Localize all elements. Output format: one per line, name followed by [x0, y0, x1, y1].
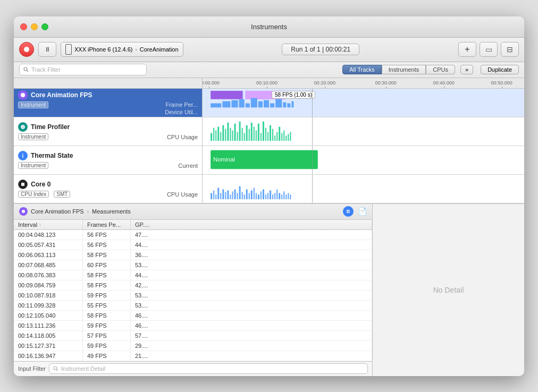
svg-rect-30	[234, 123, 236, 140]
track-icon-time-profiler	[18, 122, 28, 132]
table-row[interactable]: 00:06.063.113 58 FPS 36....	[14, 250, 372, 260]
track-thermal-state[interactable]: i Thermal State Instrument Current Nomin…	[14, 146, 524, 175]
traffic-lights	[20, 23, 48, 30]
svg-rect-25	[222, 125, 224, 140]
svg-rect-58	[211, 193, 212, 199]
filter-tab-all-tracks[interactable]: All Tracks	[342, 65, 382, 74]
panel-icon	[19, 207, 28, 216]
chevron-right-icon: ›	[135, 47, 137, 53]
table-row[interactable]: 00:07.068.485 60 FPS 53....	[14, 260, 372, 270]
toolbar: ⏸ XXX iPhone 6 (12.4.6) › CoreAnimation …	[14, 38, 524, 62]
cell-gp: 21....	[131, 351, 372, 361]
track-core-animation-fps[interactable]: Core Animation FPS Instrument Frame Per.…	[14, 89, 524, 117]
input-filter-input[interactable]: Instrument Detail	[49, 363, 368, 374]
time-mark-1: 00:10.000	[256, 80, 278, 86]
svg-rect-59	[213, 190, 214, 199]
more-button[interactable]: »	[460, 65, 473, 74]
track-sub-row-core-animation: Instrument Frame Per...	[18, 101, 198, 108]
track-core-0[interactable]: Core 0 CPU Index SMT CPU Usage	[14, 175, 524, 203]
svg-rect-46	[272, 129, 273, 141]
duplicate-button[interactable]: Duplicate	[481, 65, 519, 74]
track-sub-label-thermal: Current	[52, 163, 198, 169]
svg-rect-45	[270, 125, 271, 140]
add-button[interactable]: +	[458, 42, 476, 57]
track-badge-smt: SMT	[54, 191, 70, 198]
col-header-gp[interactable]: GP....	[131, 220, 372, 229]
table-row[interactable]: 00:16.136.947 49 FPS 21....	[14, 351, 372, 361]
close-button[interactable]	[20, 23, 27, 30]
filter-tab-cpus[interactable]: CPUs	[426, 65, 455, 74]
record-button[interactable]	[19, 42, 34, 57]
filter-bar: Track Filter All Tracks Instruments CPUs…	[14, 62, 524, 78]
cell-fps: 58 FPS	[83, 270, 131, 280]
cell-interval: 00:10.087.918	[14, 291, 83, 300]
table-row[interactable]: 00:08.076.383 58 FPS 44....	[14, 270, 372, 280]
track-sub-row-thermal: Instrument Current	[18, 162, 198, 169]
main-window: Instruments ⏸ XXX iPhone 6 (12.4.6) › Co…	[14, 16, 524, 376]
track-sub-label-time: CPU Usage	[52, 134, 198, 140]
svg-rect-44	[267, 132, 268, 141]
data-table[interactable]: Interval ↑ Frames Pe... GP.... 00:04.048…	[14, 220, 372, 361]
cell-fps: 56 FPS	[83, 240, 131, 250]
track-filter-wrap[interactable]: Track Filter	[19, 64, 147, 75]
track-badge-cpu-index: CPU Index	[18, 191, 49, 198]
track-name-row-core0: Core 0	[18, 180, 198, 189]
fps-label: Frames Pe...	[87, 221, 121, 228]
track-label-core0: Core 0 CPU Index SMT CPU Usage	[14, 175, 203, 203]
cell-fps: 55 FPS	[83, 301, 131, 310]
svg-line-95	[56, 370, 58, 371]
col-header-interval[interactable]: Interval ↑	[14, 220, 83, 229]
track-badge-core-animation: Instrument	[18, 101, 48, 108]
cell-fps: 57 FPS	[83, 331, 131, 340]
track-time-profiler[interactable]: Time Profiler Instrument CPU Usage	[14, 117, 524, 146]
time-mark-4: 00:40.000	[433, 80, 455, 86]
track-filter-placeholder: Track Filter	[31, 66, 61, 73]
gp-label: GP....	[135, 221, 149, 228]
measurements-panel: Core Animation FPS › Measurements B 📄 In…	[14, 204, 373, 376]
svg-rect-32	[239, 121, 241, 140]
table-row[interactable]: 00:10.087.918 59 FPS 53....	[14, 291, 372, 301]
view2-button[interactable]: ⊟	[501, 42, 519, 57]
svg-rect-23	[217, 126, 219, 140]
table-row[interactable]: 00:05.057.431 56 FPS 44....	[14, 240, 372, 250]
thermal-chart: Nominal	[203, 146, 524, 174]
fps-chart	[203, 89, 524, 117]
table-row[interactable]: 00:04.048.123 56 FPS 47....	[14, 230, 372, 240]
run-info: Run 1 of 1 | 00:00:21	[188, 44, 454, 55]
cell-fps: 59 FPS	[83, 321, 131, 330]
device-selector[interactable]: XXX iPhone 6 (12.4.6) › CoreAnimation	[61, 42, 183, 57]
panel-export-icon[interactable]: 📄	[358, 207, 367, 216]
table-row[interactable]: 00:13.111.236 59 FPS 46....	[14, 321, 372, 331]
svg-rect-78	[258, 194, 259, 199]
table-row[interactable]: 00:12.105.040 58 FPS 46....	[14, 311, 372, 321]
panel-b-button[interactable]: B	[343, 206, 354, 217]
svg-rect-43	[265, 127, 266, 141]
minimize-button[interactable]	[31, 23, 38, 30]
panel-breadcrumb-title[interactable]: Core Animation FPS	[31, 208, 84, 215]
track-canvas-core-animation: 58 FPS (1.00 s)	[203, 89, 524, 117]
svg-rect-38	[254, 126, 255, 140]
svg-rect-8	[231, 100, 238, 107]
svg-rect-41	[260, 133, 262, 141]
svg-rect-3	[211, 90, 243, 99]
svg-rect-12	[258, 101, 263, 107]
fullscreen-button[interactable]	[41, 23, 48, 30]
time-mark-2: 00:20.000	[314, 80, 335, 86]
view1-button[interactable]: ▭	[480, 42, 498, 57]
input-filter-label: Input Filter	[18, 365, 46, 372]
svg-point-94	[54, 367, 57, 370]
table-row[interactable]: 00:14.118.005 57 FPS 57....	[14, 331, 372, 341]
title-bar: Instruments	[14, 16, 524, 38]
fps-annotation: 58 FPS (1.00 s)	[272, 91, 315, 99]
table-row[interactable]: 00:15.127.371 59 FPS 29....	[14, 341, 372, 351]
filter-tab-instruments[interactable]: Instruments	[382, 65, 426, 74]
col-header-fps[interactable]: Frames Pe...	[83, 220, 131, 229]
table-row[interactable]: 00:09.084.759 58 FPS 42....	[14, 280, 372, 291]
pause-button[interactable]: ⏸	[38, 42, 56, 57]
track-badge-thermal: Instrument	[18, 162, 48, 169]
run-badge: Run 1 of 1 | 00:00:21	[282, 44, 359, 55]
svg-rect-62	[220, 193, 221, 199]
track-name-row: Core Animation FPS	[18, 90, 198, 100]
cell-fps: 59 FPS	[83, 341, 131, 351]
table-row[interactable]: 00:11.099.328 55 FPS 53....	[14, 301, 372, 311]
